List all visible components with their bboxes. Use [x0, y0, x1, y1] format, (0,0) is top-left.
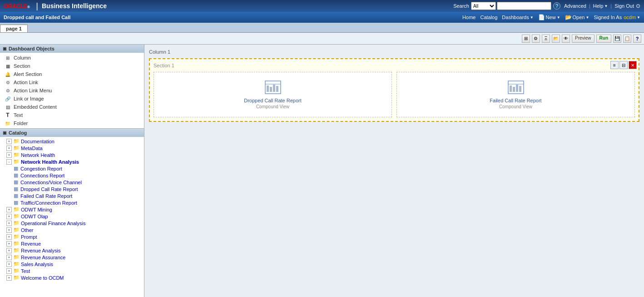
help-icon[interactable]: ?	[633, 35, 641, 43]
catalog-item-prompt[interactable]: + 📁 Prompt	[0, 233, 144, 240]
catalog-item-welcome[interactable]: + 📁 Welcome to OCDM	[0, 274, 144, 281]
action-link-icon: ⚙	[5, 79, 11, 86]
expand-operational-finance[interactable]: +	[6, 221, 12, 226]
signout-icon: ⊙	[636, 3, 640, 9]
expand-welcome[interactable]: +	[6, 275, 12, 281]
report-cell-failed[interactable]: Failed Call Rate Report Compound View	[396, 72, 635, 117]
help-arrow[interactable]: ▼	[604, 4, 608, 8]
open-icon: 📂	[565, 14, 572, 20]
object-alert-section[interactable]: 🔔 Alert Section	[0, 70, 144, 78]
catalog-link[interactable]: Catalog	[480, 15, 497, 20]
save-icon[interactable]: 💾	[613, 35, 621, 43]
expand-prompt[interactable]: +	[6, 234, 12, 240]
object-action-link[interactable]: ⚙ Action Link	[0, 78, 144, 86]
report1-title: Dropped Call Rate Report	[244, 98, 302, 103]
catalog-item-documentation[interactable]: + 📁 Documentation	[0, 138, 144, 145]
open-dropdown[interactable]: Open	[573, 15, 585, 20]
catalog-item-congestion-report[interactable]: ▦ Congestion Report	[0, 165, 144, 172]
dashboard-title: Dropped call and Failed Call	[4, 15, 462, 20]
format-icon[interactable]: Ξ	[542, 35, 550, 43]
report-cell-dropped[interactable]: Dropped Call Rate Report Compound View	[154, 72, 392, 117]
expand-network-health-analysis[interactable]: -	[6, 159, 12, 165]
search-input[interactable]	[497, 2, 551, 10]
main: ▣ Dashboard Objects ⊞ Column ▦ Section 🔔…	[0, 45, 644, 297]
open-arrow[interactable]: ▼	[585, 15, 589, 20]
expand-odwt-mining[interactable]: +	[6, 207, 12, 212]
catalog-item-connections-report[interactable]: ▦ Connections Report	[0, 172, 144, 179]
run-btn[interactable]: Run	[596, 35, 611, 43]
dashboards-arrow[interactable]: ▼	[530, 15, 534, 20]
expand-revenue-analysis[interactable]: +	[6, 248, 12, 253]
catalog-item-test[interactable]: + 📁 Test	[0, 267, 144, 274]
report-icon-failed: ▦	[14, 193, 18, 199]
dashboard-objects-header[interactable]: ▣ Dashboard Objects	[0, 45, 144, 53]
section-tool-columns[interactable]: ⊟	[619, 61, 628, 69]
dashboards-dropdown[interactable]: Dashboards	[502, 15, 529, 20]
folder-obj-icon: 📁	[5, 120, 11, 126]
expand-revenue-assurance[interactable]: +	[6, 255, 12, 260]
help-dropdown[interactable]: Help	[593, 3, 604, 9]
preview-icon[interactable]: 👁	[562, 35, 570, 43]
object-link-image[interactable]: 🔗 Link or Image	[0, 95, 144, 103]
expand-network-health[interactable]: +	[6, 152, 12, 158]
svg-rect-5	[276, 86, 278, 92]
dashboard-objects-toggle[interactable]: ▣	[3, 46, 7, 51]
catalog-header[interactable]: ▣ Catalog	[0, 129, 144, 137]
section-label: Section 1	[154, 63, 635, 68]
column-label: Column 1	[149, 49, 639, 55]
object-text[interactable]: T Text	[0, 111, 144, 119]
user-arrow[interactable]: ▼	[637, 15, 640, 20]
properties-icon[interactable]: ⚙	[532, 35, 540, 43]
expand-metadata[interactable]: +	[6, 146, 12, 151]
catalog-item-revenue-assurance[interactable]: + 📁 Revenue Assurance	[0, 254, 144, 261]
object-embedded[interactable]: ▤ Embedded Content	[0, 103, 144, 111]
home-link[interactable]: Home	[462, 15, 476, 20]
new-arrow[interactable]: ▼	[557, 15, 560, 20]
expand-documentation[interactable]: +	[6, 139, 12, 144]
svg-rect-9	[513, 87, 515, 92]
catalog-toggle[interactable]: ▣	[3, 131, 7, 135]
object-column[interactable]: ⊞ Column	[0, 54, 144, 62]
report-icon-traffic: ▦	[14, 200, 18, 206]
catalog-item-odwt-mining[interactable]: + 📁 ODWT Mining	[0, 206, 144, 213]
expand-test[interactable]: +	[6, 268, 12, 274]
expand-sales-analysis[interactable]: +	[6, 262, 12, 267]
catalog-item-dropped-call[interactable]: ▦ Dropped Call Rate Report	[0, 186, 144, 192]
catalog-item-other[interactable]: + 📁 Other	[0, 227, 144, 233]
catalog-item-network-health-analysis[interactable]: - 📁 Network Health Analysis	[0, 158, 144, 165]
search-dropdown[interactable]: All	[471, 2, 496, 10]
catalog-item-traffic-connection[interactable]: ▦ Traffic/Connection Report	[0, 199, 144, 206]
save-as-icon[interactable]: 📋	[623, 35, 631, 43]
object-section[interactable]: ▦ Section	[0, 62, 144, 70]
expand-other[interactable]: +	[6, 227, 12, 233]
page-tab[interactable]: page 1	[0, 25, 28, 32]
text-icon: T	[5, 112, 11, 118]
add-object-icon[interactable]: ⊞	[522, 35, 530, 43]
new-dropdown[interactable]: New	[546, 15, 556, 20]
catalog-item-metadata[interactable]: + 📁 MetaData	[0, 145, 144, 151]
catalog-item-operational-finance[interactable]: + 📁 Operational Finance Analysis	[0, 220, 144, 227]
toolbar: ⊞ ⚙ Ξ 📂 👁 Preview Run 💾 📋 ?	[0, 33, 644, 45]
catalog-item-network-health[interactable]: + 📁 Network Health	[0, 151, 144, 158]
open-catalog-icon[interactable]: 📂	[552, 35, 560, 43]
object-action-link-menu[interactable]: ⚙ Action Link Menu	[0, 86, 144, 95]
report-icon-congestion: ▦	[14, 166, 18, 171]
object-folder[interactable]: 📁 Folder	[0, 119, 144, 127]
section-tool-grid[interactable]: ≡	[610, 61, 619, 69]
catalog-item-sales-analysis[interactable]: + 📁 Sales Analysis	[0, 261, 144, 267]
catalog-item-connections-voice[interactable]: ▦ Connections/Voice Channel	[0, 179, 144, 186]
report-icon-dropped: ▦	[14, 186, 18, 192]
catalog-item-revenue-analysis[interactable]: + 📁 Revenue Analysis	[0, 247, 144, 254]
catalog-item-odwt-olap[interactable]: + 📁 ODWT Olap	[0, 213, 144, 220]
svg-rect-8	[510, 86, 512, 92]
section-tool-delete[interactable]: ✕	[629, 61, 637, 69]
advanced-link[interactable]: Advanced	[564, 3, 586, 9]
preview-btn[interactable]: Preview	[572, 35, 594, 43]
expand-odwt-olap[interactable]: +	[6, 214, 12, 219]
expand-revenue[interactable]: +	[6, 241, 12, 247]
username[interactable]: ocdm	[624, 15, 636, 20]
catalog-item-failed-call[interactable]: ▦ Failed Call Rate Report	[0, 192, 144, 199]
catalog-item-revenue[interactable]: + 📁 Revenue	[0, 240, 144, 247]
search-help-icon[interactable]: ?	[553, 2, 560, 10]
signout-link[interactable]: Sign Out	[614, 3, 634, 9]
